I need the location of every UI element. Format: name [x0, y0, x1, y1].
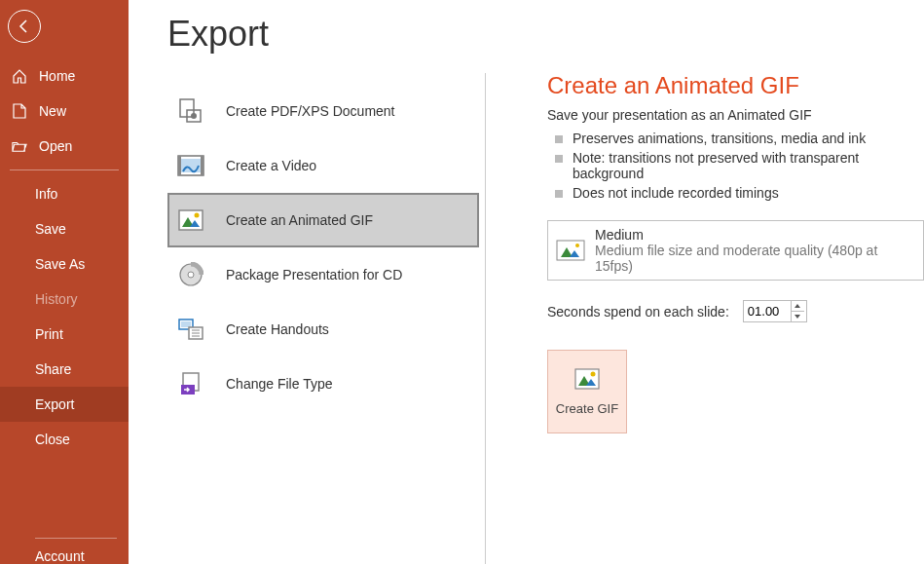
- nav-close[interactable]: Close: [0, 422, 129, 457]
- nav-new[interactable]: New: [0, 94, 129, 129]
- create-gif-label: Create GIF: [556, 401, 618, 416]
- nav-info[interactable]: Info: [0, 176, 129, 211]
- open-icon: [12, 138, 27, 154]
- svg-point-30: [591, 371, 596, 376]
- panel-bullets: Preserves animations, transitions, media…: [547, 129, 924, 203]
- bullet-item: Preserves animations, transitions, media…: [547, 129, 924, 148]
- create-gif-icon: [574, 368, 600, 390]
- export-option-handouts[interactable]: Create Handouts: [167, 302, 479, 357]
- bullet-icon: [555, 135, 563, 143]
- back-button[interactable]: [8, 10, 41, 43]
- nav-open-label: Open: [39, 138, 72, 154]
- create-gif-button[interactable]: Create GIF: [547, 350, 627, 433]
- nav-home[interactable]: Home: [0, 58, 129, 94]
- export-option-change-type[interactable]: Change File Type: [167, 357, 479, 411]
- quality-icon: [556, 240, 585, 261]
- svg-point-10: [195, 213, 200, 218]
- nav-new-label: New: [39, 103, 66, 119]
- back-arrow-icon: [17, 19, 32, 34]
- svg-rect-6: [201, 156, 203, 175]
- svg-marker-25: [795, 304, 800, 308]
- export-option-video-label: Create a Video: [226, 158, 316, 173]
- svg-point-12: [188, 272, 194, 278]
- spinner-up[interactable]: [792, 301, 804, 312]
- export-option-handouts-label: Create Handouts: [226, 321, 329, 337]
- nav-home-label: Home: [39, 68, 75, 84]
- nav-export[interactable]: Export: [0, 387, 129, 422]
- bullet-icon: [555, 190, 563, 198]
- spinner-arrows: [791, 301, 804, 321]
- nav-separator: [10, 169, 119, 170]
- vertical-separator: [485, 73, 486, 564]
- nav-share[interactable]: Share: [0, 352, 129, 387]
- backstage-sidebar: Home New Open Info Save Save As History …: [0, 0, 129, 564]
- export-option-change-type-label: Change File Type: [226, 376, 332, 392]
- export-option-cd[interactable]: Package Presentation for CD: [167, 247, 479, 302]
- bullet-item: Note: transitions not preserved with tra…: [547, 148, 924, 183]
- export-options-column: Export Create PDF/XPS Document Create a …: [129, 0, 516, 564]
- svg-marker-26: [795, 315, 800, 319]
- change-file-type-icon: [177, 370, 204, 397]
- video-icon: [177, 152, 204, 179]
- export-option-gif[interactable]: Create an Animated GIF: [167, 193, 479, 247]
- bullet-item: Does not include recorded timings: [547, 183, 924, 203]
- home-icon: [12, 68, 27, 84]
- nav-save[interactable]: Save: [0, 211, 129, 246]
- spinner-down[interactable]: [792, 312, 804, 321]
- nav-account[interactable]: Account: [0, 539, 129, 564]
- panel-title: Create an Animated GIF: [547, 72, 924, 99]
- quality-desc: Medium file size and moderate quality (4…: [595, 243, 915, 274]
- svg-point-2: [191, 113, 197, 119]
- nav-history: History: [0, 282, 129, 317]
- new-icon: [12, 103, 27, 119]
- svg-point-24: [575, 244, 579, 247]
- export-option-gif-label: Create an Animated GIF: [226, 212, 373, 228]
- seconds-spinner[interactable]: [743, 300, 807, 322]
- panel-subtitle: Save your presentation as an Animated GI…: [547, 107, 924, 123]
- cd-icon: [177, 261, 204, 288]
- pdf-icon: [177, 97, 204, 125]
- export-detail-panel: Create an Animated GIF Save your present…: [516, 0, 924, 564]
- export-option-pdf[interactable]: Create PDF/XPS Document: [167, 84, 479, 138]
- nav-open[interactable]: Open: [0, 129, 129, 164]
- export-option-video[interactable]: Create a Video: [167, 138, 479, 193]
- bullet-icon: [555, 155, 563, 163]
- quality-dropdown[interactable]: Medium Medium file size and moderate qua…: [547, 220, 924, 281]
- seconds-row: Seconds spend on each slide:: [547, 300, 924, 322]
- nav-save-as[interactable]: Save As: [0, 246, 129, 282]
- nav-print[interactable]: Print: [0, 317, 129, 352]
- quality-name: Medium: [595, 227, 915, 243]
- export-option-list: Create PDF/XPS Document Create a Video C…: [167, 84, 479, 411]
- export-option-cd-label: Package Presentation for CD: [226, 267, 402, 282]
- handouts-icon: [177, 316, 204, 343]
- seconds-input[interactable]: [744, 301, 791, 321]
- svg-rect-14: [181, 321, 191, 327]
- quality-text: Medium Medium file size and moderate qua…: [595, 227, 915, 274]
- seconds-label: Seconds spend on each slide:: [547, 304, 729, 320]
- svg-rect-5: [178, 156, 181, 175]
- export-option-pdf-label: Create PDF/XPS Document: [226, 103, 395, 119]
- page-title: Export: [167, 14, 516, 55]
- gif-icon: [177, 207, 204, 234]
